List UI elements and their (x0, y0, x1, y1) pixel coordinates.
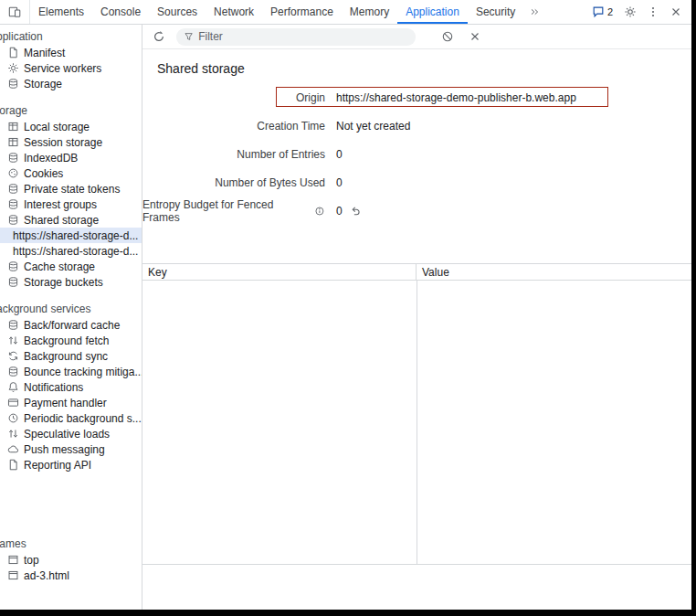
devtools-window: Elements Console Sources Network Perform… (0, 0, 691, 610)
sidebar-item-label: Payment handler (24, 397, 107, 409)
info-icon[interactable] (314, 206, 325, 217)
sidebar-item-label: Interest groups (24, 198, 97, 211)
filter-input[interactable] (198, 30, 408, 43)
sidebar-item-storage[interactable]: Storage (0, 76, 142, 91)
sidebar-item-frame-top[interactable]: top (0, 552, 142, 568)
sidebar-section-frames: Frames (0, 536, 142, 552)
frame-icon (7, 554, 19, 566)
cookie-icon (7, 167, 19, 179)
console-messages-indicator[interactable]: 2 (587, 5, 617, 18)
sidebar-item-storage-buckets[interactable]: Storage buckets (0, 274, 142, 290)
application-sidebar: Application Manifest Service workers Sto… (0, 25, 142, 610)
up-down-arrows-icon (7, 335, 19, 346)
sidebar-item-background-sync[interactable]: Background sync (0, 348, 142, 364)
number-of-entries-label: Number of Entries (142, 148, 325, 161)
sidebar-item-label: Storage (24, 78, 62, 90)
close-devtools-button[interactable] (666, 2, 686, 22)
origin-row: Origin https://shared-storage-demo-publi… (142, 83, 691, 112)
sidebar-section-application: Application (0, 29, 142, 45)
number-of-entries-row: Number of Entries 0 (142, 140, 691, 168)
cloud-icon (7, 443, 19, 455)
sidebar-item-label: Bounce tracking mitiga... (24, 366, 142, 378)
sidebar-item-service-workers[interactable]: Service workers (0, 60, 142, 76)
sidebar-item-speculative-loads[interactable]: Speculative loads (0, 426, 142, 441)
sidebar-section-storage: Storage (0, 103, 142, 119)
sidebar-item-label: Notifications (24, 381, 83, 394)
sidebar-item-manifest[interactable]: Manifest (0, 45, 142, 60)
console-messages-icon (592, 5, 605, 18)
sidebar-item-private-state-tokens[interactable]: Private state tokens (0, 181, 142, 196)
sidebar-item-shared-storage[interactable]: Shared storage (0, 212, 142, 228)
sidebar-item-payment-handler[interactable]: Payment handler (0, 395, 142, 410)
tabbar-right-icons: 2 (587, 2, 691, 22)
tab-security[interactable]: Security (468, 0, 523, 24)
sidebar-item-notifications[interactable]: Notifications (0, 379, 142, 395)
sidebar-item-bounce-tracking-mitigations[interactable]: Bounce tracking mitiga... (0, 364, 142, 379)
tab-performance[interactable]: Performance (262, 0, 342, 24)
metadata-view: Origin https://shared-storage-demo-publi… (142, 83, 691, 225)
sidebar-section-background-services: Background services (0, 302, 142, 317)
entries-table-header: Key Value (142, 263, 691, 281)
refresh-button[interactable] (149, 27, 169, 47)
settings-button[interactable] (620, 2, 640, 22)
sidebar-item-label: Private state tokens (24, 183, 120, 196)
reset-budget-button[interactable] (350, 205, 362, 217)
more-options-button[interactable] (643, 2, 663, 22)
entropy-budget-row: Entropy Budget for Fenced Frames 0 (142, 196, 691, 225)
toggle-device-toolbar-button[interactable] (0, 0, 30, 24)
database-icon (7, 183, 19, 195)
origin-value: https://shared-storage-demo-publisher-b.… (336, 91, 576, 104)
sidebar-item-frame-ad-3[interactable]: ad-3.html (0, 568, 142, 583)
sidebar-item-cookies[interactable]: Cookies (0, 165, 142, 181)
table-icon (7, 136, 19, 148)
gear-icon (7, 62, 19, 74)
key-column-header[interactable]: Key (142, 264, 417, 280)
entries-table-body (142, 281, 691, 565)
sidebar-item-label: Cookies (24, 167, 63, 180)
filter-box[interactable] (176, 28, 416, 46)
sidebar-item-background-fetch[interactable]: Background fetch (0, 333, 142, 348)
tab-network[interactable]: Network (206, 0, 262, 24)
value-column-header[interactable]: Value (417, 264, 691, 280)
sidebar-item-label: Background fetch (24, 335, 109, 347)
database-icon (7, 366, 19, 377)
number-of-bytes-row: Number of Bytes Used 0 (142, 168, 691, 196)
shared-storage-panel: Shared storage Origin https://shared-sto… (142, 25, 691, 610)
creation-time-value: Not yet created (336, 120, 410, 133)
tab-sources[interactable]: Sources (149, 0, 206, 24)
sidebar-item-local-storage[interactable]: Local storage (0, 119, 142, 134)
clear-filter-button[interactable] (465, 27, 485, 47)
tab-memory[interactable]: Memory (342, 0, 397, 24)
sidebar-item-label: https://shared-storage-d... (13, 229, 138, 242)
sidebar-item-label: top (24, 554, 39, 567)
delete-all-button[interactable] (438, 27, 458, 47)
sidebar-item-periodic-background-sync[interactable]: Periodic background s... (0, 410, 142, 426)
sidebar-item-label: Reporting API (24, 459, 91, 472)
chevrons-right-icon (529, 6, 540, 17)
number-of-bytes-value: 0 (336, 176, 343, 189)
tab-console[interactable]: Console (92, 0, 149, 24)
sidebar-item-label: Background sync (24, 350, 108, 363)
sidebar-item-indexeddb[interactable]: IndexedDB (0, 150, 142, 165)
creation-time-row: Creation Time Not yet created (142, 112, 691, 140)
sidebar-item-shared-storage-origin-2[interactable]: https://shared-storage-d... (0, 243, 142, 259)
sidebar-item-label: Manifest (24, 47, 65, 59)
column-divider[interactable] (417, 281, 417, 564)
tab-elements[interactable]: Elements (30, 0, 92, 24)
database-icon (7, 214, 19, 226)
tab-application[interactable]: Application (397, 0, 468, 24)
bell-icon (7, 381, 19, 393)
undo-icon (350, 205, 362, 217)
more-tabs-button[interactable] (523, 6, 545, 17)
sidebar-item-label: Shared storage (24, 214, 99, 227)
sidebar-item-cache-storage[interactable]: Cache storage (0, 259, 142, 274)
entropy-budget-value-wrap: 0 (336, 205, 362, 218)
sidebar-item-back-forward-cache[interactable]: Back/forward cache (0, 317, 142, 333)
sidebar-item-label: Back/forward cache (24, 319, 120, 332)
sidebar-item-push-messaging[interactable]: Push messaging (0, 441, 142, 457)
sidebar-item-interest-groups[interactable]: Interest groups (0, 196, 142, 212)
sidebar-item-shared-storage-origin-1[interactable]: https://shared-storage-d... (0, 228, 142, 243)
sidebar-item-reporting-api[interactable]: Reporting API (0, 457, 142, 473)
filter-funnel-icon (184, 31, 194, 42)
sidebar-item-session-storage[interactable]: Session storage (0, 134, 142, 150)
